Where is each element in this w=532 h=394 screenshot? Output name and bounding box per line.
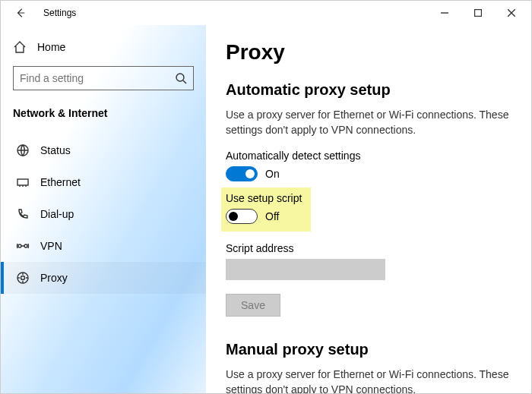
script-address-input xyxy=(226,259,385,280)
script-addr-label: Script address xyxy=(226,242,511,254)
sidebar-item-label: Proxy xyxy=(40,272,68,284)
phone-icon xyxy=(16,207,30,221)
script-highlight: Use setup script Off xyxy=(221,188,311,232)
arrow-left-icon xyxy=(15,8,26,18)
detect-label: Automatically detect settings xyxy=(226,150,511,162)
auto-heading: Automatic proxy setup xyxy=(226,81,511,99)
sidebar-item-vpn[interactable]: VPN xyxy=(1,230,206,262)
search-input[interactable] xyxy=(20,72,175,84)
maximize-button[interactable] xyxy=(461,1,495,25)
manual-heading: Manual proxy setup xyxy=(226,341,511,358)
auto-desc: Use a proxy server for Ethernet or Wi-Fi… xyxy=(226,108,511,137)
script-label: Use setup script xyxy=(226,192,305,204)
svg-rect-3 xyxy=(17,179,28,185)
category-header: Network & Internet xyxy=(1,101,206,127)
svg-point-1 xyxy=(176,74,184,81)
svg-point-4 xyxy=(18,244,21,247)
page-title: Proxy xyxy=(226,40,511,65)
content-area[interactable]: Proxy Automatic proxy setup Use a proxy … xyxy=(206,25,531,393)
maximize-icon xyxy=(474,9,482,17)
home-icon xyxy=(13,40,27,54)
sidebar-item-proxy[interactable]: Proxy xyxy=(1,262,206,294)
titlebar: Settings xyxy=(1,1,531,25)
home-label: Home xyxy=(37,41,65,53)
detect-toggle[interactable] xyxy=(226,166,258,181)
sidebar-item-label: Dial-up xyxy=(40,208,74,220)
app-title: Settings xyxy=(43,8,76,18)
sidebar-item-home[interactable]: Home xyxy=(1,34,206,60)
sidebar-nav: Status Ethernet Dial-up xyxy=(1,134,206,294)
sidebar-item-label: VPN xyxy=(40,240,62,252)
sidebar: Home Network & Internet Status xyxy=(1,25,206,393)
proxy-icon xyxy=(16,271,30,285)
window-controls xyxy=(428,1,528,25)
close-icon xyxy=(508,9,515,17)
sidebar-item-label: Status xyxy=(40,144,71,156)
script-toggle[interactable] xyxy=(226,209,258,224)
detect-state: On xyxy=(265,168,280,180)
search-box[interactable] xyxy=(13,66,194,90)
sidebar-item-dialup[interactable]: Dial-up xyxy=(1,198,206,230)
sidebar-item-ethernet[interactable]: Ethernet xyxy=(1,166,206,198)
manual-desc: Use a proxy server for Ethernet or Wi-Fi… xyxy=(226,367,511,393)
sidebar-item-status[interactable]: Status xyxy=(1,134,206,166)
settings-window: Settings Home xyxy=(0,0,532,394)
search-icon xyxy=(175,72,187,84)
svg-point-5 xyxy=(24,244,27,247)
ethernet-icon xyxy=(16,175,30,189)
minimize-button[interactable] xyxy=(428,1,461,25)
svg-rect-0 xyxy=(475,10,482,17)
svg-point-7 xyxy=(21,276,25,280)
globe-icon xyxy=(16,143,30,157)
script-state: Off xyxy=(265,210,279,222)
minimize-icon xyxy=(441,9,448,17)
sidebar-item-label: Ethernet xyxy=(40,176,81,188)
save-button: Save xyxy=(226,294,280,317)
back-button[interactable] xyxy=(10,2,31,24)
close-button[interactable] xyxy=(495,1,528,25)
vpn-icon xyxy=(16,239,30,253)
